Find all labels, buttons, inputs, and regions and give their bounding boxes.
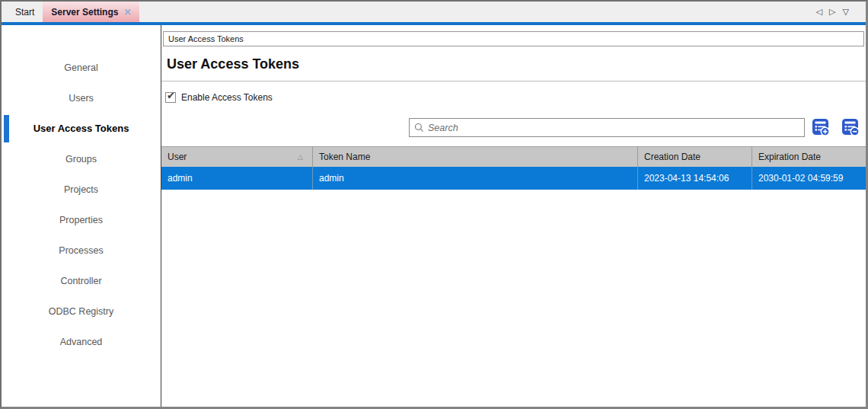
table-row[interactable]: admin admin 2023-04-13 14:54:06 2030-01-… [161,167,866,190]
sidebar-item-controller[interactable]: Controller [2,266,161,296]
enable-access-tokens-row: ✔ Enable Access Tokens [165,92,273,103]
search-input[interactable] [428,123,799,133]
tokens-table: User △ Token Name Creation Date Expirati… [161,146,866,190]
sort-ascending-icon: △ [298,153,303,161]
add-token-icon [810,117,831,138]
tab-bar: Start Server Settings ✕ ◁ ▷ ▽ [2,2,866,22]
server-settings-window: Start Server Settings ✕ ◁ ▷ ▽ General Us… [0,0,868,409]
enable-access-tokens-label: Enable Access Tokens [181,92,273,103]
tab-list-dropdown-icon[interactable]: ▽ [843,7,849,17]
page-title: User Access Tokens [167,56,299,72]
close-tab-icon[interactable]: ✕ [123,8,131,17]
column-header-user-label: User [168,152,187,162]
sidebar-item-processes[interactable]: Processes [2,235,161,266]
column-header-token-name-label: Token Name [319,152,370,162]
cell-expiration-date: 2030-01-02 04:59:59 [752,167,866,190]
sidebar-item-user-access-tokens[interactable]: User Access Tokens [2,113,161,144]
sidebar-item-projects[interactable]: Projects [2,174,161,205]
main-content: User Access Tokens User Access Tokens ✔ … [161,25,866,407]
sidebar-item-general[interactable]: General [2,53,161,83]
table-header-row: User △ Token Name Creation Date Expirati… [161,146,866,167]
column-header-expiration-date-label: Expiration Date [758,152,821,162]
sidebar-item-groups[interactable]: Groups [2,144,161,174]
remove-token-icon [840,117,861,138]
breadcrumb[interactable]: User Access Tokens [163,31,864,46]
column-header-user[interactable]: User △ [161,147,313,167]
cell-user: admin [161,167,313,190]
column-header-token-name[interactable]: Token Name [313,147,638,167]
sidebar-item-advanced[interactable]: Advanced [2,327,161,357]
search-box [409,118,805,137]
cell-creation-date: 2023-04-13 14:54:06 [638,167,752,190]
remove-token-button[interactable] [840,117,861,138]
column-header-creation-date-label: Creation Date [644,152,700,162]
column-header-creation-date[interactable]: Creation Date [638,147,752,167]
sidebar-item-users[interactable]: Users [2,83,161,113]
cell-token-name: admin [313,167,638,190]
tab-start[interactable]: Start [7,2,43,22]
sidebar-item-properties[interactable]: Properties [2,205,161,235]
tab-server-settings-label: Server Settings [51,7,118,18]
checkmark-icon: ✔ [167,90,175,101]
tab-server-settings[interactable]: Server Settings ✕ [43,2,139,22]
title-separator [161,81,866,81]
scroll-tabs-left-icon[interactable]: ◁ [816,7,822,17]
tab-nav-controls: ◁ ▷ ▽ [816,2,849,22]
column-header-expiration-date[interactable]: Expiration Date [752,147,866,167]
magnifier-icon [414,123,424,133]
scroll-tabs-right-icon[interactable]: ▷ [829,7,835,17]
sidebar-item-odbc-registry[interactable]: ODBC Registry [2,296,161,327]
add-token-button[interactable] [810,117,831,138]
sidebar-selection-indicator [4,115,9,142]
settings-sidebar: General Users User Access Tokens Groups … [2,25,161,407]
tab-start-label: Start [15,7,34,18]
enable-access-tokens-checkbox[interactable]: ✔ [165,92,176,103]
